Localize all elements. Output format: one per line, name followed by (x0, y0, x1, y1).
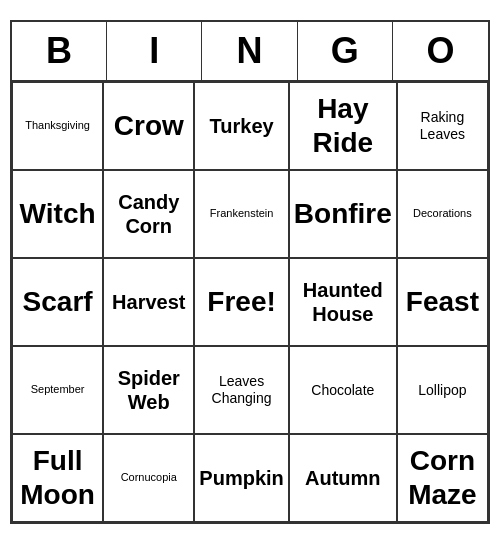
bingo-cell: Spider Web (103, 346, 194, 434)
cell-text: Full Moon (17, 444, 98, 511)
cell-text: Candy Corn (108, 190, 189, 238)
header-letter: N (202, 22, 297, 80)
cell-text: Autumn (305, 466, 381, 490)
cell-text: Thanksgiving (25, 119, 90, 132)
bingo-cell: Corn Maze (397, 434, 488, 522)
cell-text: Chocolate (311, 382, 374, 399)
bingo-cell: Candy Corn (103, 170, 194, 258)
cell-text: Haunted House (294, 278, 392, 326)
cell-text: Corn Maze (402, 444, 483, 511)
bingo-cell: Decorations (397, 170, 488, 258)
cell-text: Crow (114, 109, 184, 143)
bingo-cell: Hay Ride (289, 82, 397, 170)
bingo-cell: Autumn (289, 434, 397, 522)
bingo-card: BINGO ThanksgivingCrowTurkeyHay RideRaki… (10, 20, 490, 524)
bingo-cell: Feast (397, 258, 488, 346)
cell-text: Frankenstein (210, 207, 274, 220)
bingo-cell: Chocolate (289, 346, 397, 434)
cell-text: Witch (20, 197, 96, 231)
bingo-cell: Frankenstein (194, 170, 288, 258)
bingo-cell: Pumpkin (194, 434, 288, 522)
bingo-cell: Crow (103, 82, 194, 170)
bingo-cell: Raking Leaves (397, 82, 488, 170)
cell-text: Decorations (413, 207, 472, 220)
header-letter: O (393, 22, 488, 80)
bingo-cell: Bonfire (289, 170, 397, 258)
cell-text: Leaves Changing (199, 373, 283, 407)
cell-text: Scarf (23, 285, 93, 319)
cell-text: Raking Leaves (402, 109, 483, 143)
bingo-cell: Witch (12, 170, 103, 258)
cell-text: Harvest (112, 290, 185, 314)
cell-text: Hay Ride (294, 92, 392, 159)
bingo-grid: ThanksgivingCrowTurkeyHay RideRaking Lea… (12, 82, 488, 522)
cell-text: Cornucopia (121, 471, 177, 484)
bingo-cell: Leaves Changing (194, 346, 288, 434)
cell-text: September (31, 383, 85, 396)
cell-text: Lollipop (418, 382, 466, 399)
bingo-cell: Free! (194, 258, 288, 346)
header-letter: G (298, 22, 393, 80)
bingo-cell: Cornucopia (103, 434, 194, 522)
header-letter: B (12, 22, 107, 80)
cell-text: Spider Web (108, 366, 189, 414)
bingo-cell: Haunted House (289, 258, 397, 346)
bingo-cell: Thanksgiving (12, 82, 103, 170)
cell-text: Turkey (210, 114, 274, 138)
bingo-cell: Turkey (194, 82, 288, 170)
bingo-header: BINGO (12, 22, 488, 82)
bingo-cell: Lollipop (397, 346, 488, 434)
cell-text: Pumpkin (199, 466, 283, 490)
cell-text: Bonfire (294, 197, 392, 231)
cell-text: Free! (207, 285, 275, 319)
bingo-cell: Full Moon (12, 434, 103, 522)
header-letter: I (107, 22, 202, 80)
bingo-cell: Harvest (103, 258, 194, 346)
bingo-cell: Scarf (12, 258, 103, 346)
cell-text: Feast (406, 285, 479, 319)
bingo-cell: September (12, 346, 103, 434)
